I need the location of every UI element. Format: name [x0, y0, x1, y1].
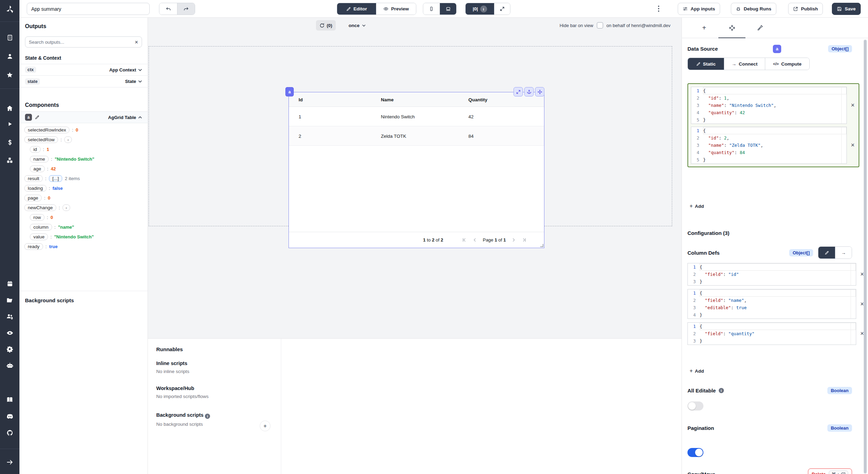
- undo-button[interactable]: [159, 3, 177, 15]
- output-key-pill[interactable]: selectedRow: [24, 136, 58, 143]
- state-row[interactable]: state State: [19, 76, 148, 87]
- component-badge[interactable]: a: [285, 87, 294, 96]
- calendar-icon[interactable]: [0, 279, 19, 288]
- building-icon[interactable]: [0, 33, 19, 42]
- delete-entry-icon[interactable]: ×: [847, 102, 859, 109]
- save-button[interactable]: Save: [832, 3, 861, 15]
- home-icon[interactable]: [0, 104, 19, 112]
- fullscreen-button[interactable]: [494, 3, 510, 15]
- schedule-dropdown[interactable]: once: [349, 20, 366, 31]
- output-value-pill[interactable]: -: [64, 136, 72, 143]
- redo-button[interactable]: [177, 3, 195, 15]
- scrollbar[interactable]: [863, 39, 867, 474]
- pagination-toggle[interactable]: [687, 448, 703, 457]
- json-editor-data-1[interactable]: 1{2 "id": 2,3 "name": "Zelda TOTK",4 "qu…: [691, 127, 847, 164]
- user-icon[interactable]: [0, 52, 19, 60]
- dollar-icon[interactable]: [0, 138, 19, 146]
- inline-scripts-empty: No inline scripts: [156, 369, 273, 374]
- output-key-pill[interactable]: row: [30, 214, 44, 221]
- output-key-pill[interactable]: age: [30, 166, 45, 172]
- cubes-icon[interactable]: [0, 156, 19, 164]
- output-key-pill[interactable]: column: [30, 224, 52, 230]
- all-editable-toggle[interactable]: [687, 401, 703, 410]
- star-icon[interactable]: [0, 71, 19, 79]
- gear-icon[interactable]: [0, 345, 19, 353]
- prev-page-icon[interactable]: [472, 237, 478, 243]
- preview-tab[interactable]: Preview: [376, 3, 416, 15]
- output-key-pill[interactable]: page: [24, 195, 42, 201]
- anchor-component-icon[interactable]: [524, 87, 534, 96]
- insert-component-tab[interactable]: +: [690, 18, 718, 38]
- eye-icon[interactable]: [0, 329, 19, 337]
- json-editor-coldef-2[interactable]: 1{2 "field": "quantity"3}: [687, 322, 856, 345]
- delete-component-button[interactable]: Delete ⌘+: [808, 468, 852, 474]
- debug-runs-button[interactable]: Debug Runs: [731, 3, 776, 15]
- robot-icon[interactable]: [0, 361, 19, 370]
- add-background-script-button[interactable]: +: [260, 421, 270, 431]
- page-label: Page 1 of 1: [483, 237, 506, 243]
- user-group-icon[interactable]: [0, 312, 19, 321]
- component-header-row[interactable]: a AgGrid Table: [19, 111, 148, 123]
- kebab-menu[interactable]: [656, 5, 662, 12]
- folder-icon[interactable]: [0, 296, 19, 304]
- publish-button[interactable]: Publish: [788, 3, 823, 15]
- add-column-button[interactable]: +Add: [690, 368, 704, 374]
- arrow-right-icon[interactable]: [0, 458, 19, 466]
- output-value: "Nintendo Switch": [55, 156, 94, 162]
- table-row[interactable]: 1 Nintendo Switch 42: [289, 107, 544, 126]
- windmill-logo[interactable]: [0, 0, 19, 18]
- output-value-pill[interactable]: -: [62, 204, 70, 211]
- output-key-pill[interactable]: id: [30, 146, 41, 153]
- delete-entry-icon[interactable]: ×: [847, 142, 859, 149]
- refresh-button[interactable]: (0): [316, 20, 336, 31]
- clear-search-icon[interactable]: ×: [135, 39, 138, 45]
- editor-tab[interactable]: Editor: [337, 3, 376, 15]
- app-inputs-button[interactable]: App inputs: [678, 3, 720, 15]
- output-key-pill[interactable]: ready: [24, 243, 43, 250]
- static-tab[interactable]: Static: [688, 58, 724, 70]
- move-component-icon[interactable]: [535, 87, 544, 96]
- resize-handle[interactable]: [540, 244, 543, 247]
- edit-mode-button[interactable]: [818, 247, 835, 259]
- json-editor-data-0[interactable]: 1{2 "id": 1,3 "name": "Nintendo Switch",…: [691, 87, 847, 124]
- top-toolbar: Editor Preview |0| i App inputs Debug Ru…: [19, 0, 868, 18]
- next-page-icon[interactable]: [511, 237, 517, 243]
- output-key-pill[interactable]: result: [24, 175, 43, 182]
- styling-tab[interactable]: [746, 18, 774, 38]
- grid-drop-zone[interactable]: a Id Name Quantity 1 Nintendo Switch: [149, 46, 672, 226]
- json-editor-coldef-1[interactable]: 1{2 "field": "name",3 "editable": true4}: [687, 289, 856, 319]
- ctx-row[interactable]: ctx App Context: [19, 64, 148, 76]
- app-summary-input[interactable]: [27, 3, 150, 15]
- app-canvas[interactable]: (0) once Hide bar on view on behalf of h…: [148, 18, 682, 474]
- component-settings-tab[interactable]: [718, 18, 746, 38]
- json-editor-coldef-0[interactable]: 1{2 "field": "id"3}: [687, 263, 856, 286]
- add-row-button[interactable]: +Add: [690, 203, 704, 209]
- desktop-view-button[interactable]: [440, 3, 456, 15]
- expand-component-icon[interactable]: [514, 87, 523, 96]
- hide-bar-checkbox[interactable]: [597, 22, 603, 28]
- output-key-pill[interactable]: selectedRowIndex: [24, 127, 69, 133]
- output-key-pill[interactable]: loading: [24, 185, 47, 192]
- github-icon[interactable]: [0, 429, 19, 437]
- last-page-icon[interactable]: [521, 237, 527, 243]
- connect-tab[interactable]: → Connect: [724, 58, 765, 70]
- output-key-pill[interactable]: newChange: [24, 204, 56, 211]
- play-icon[interactable]: [0, 120, 19, 128]
- aggrid-table-component[interactable]: a Id Name Quantity 1 Nintendo Switch: [289, 92, 544, 248]
- output-key-pill[interactable]: name: [30, 156, 49, 162]
- search-outputs-input[interactable]: [29, 40, 135, 45]
- edit-id-icon[interactable]: [35, 115, 40, 120]
- output-row-ready: ready:true: [24, 243, 143, 250]
- discord-icon[interactable]: [0, 412, 19, 421]
- compute-tab[interactable]: </> Compute: [765, 58, 809, 70]
- table-row[interactable]: 2 Zelda TOTK 84: [289, 126, 544, 146]
- component-id-badge[interactable]: a: [25, 114, 32, 121]
- output-key-pill[interactable]: value: [30, 234, 48, 240]
- connect-mode-button[interactable]: →: [835, 247, 852, 259]
- mobile-view-button[interactable]: [423, 3, 440, 15]
- output-value-pill[interactable]: [...]: [49, 175, 62, 182]
- outputs-indicator-button[interactable]: |0| i: [466, 3, 494, 15]
- first-page-icon[interactable]: [461, 237, 467, 243]
- book-icon[interactable]: [0, 396, 19, 404]
- boolean-badge: Boolean: [827, 424, 852, 432]
